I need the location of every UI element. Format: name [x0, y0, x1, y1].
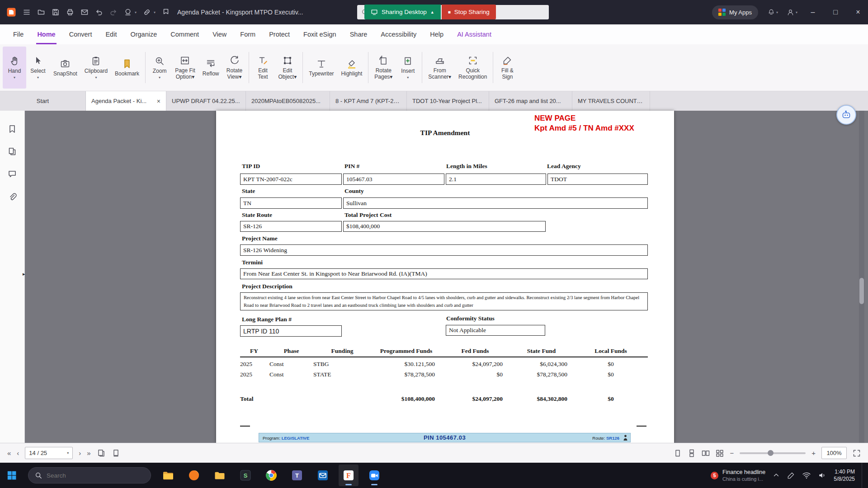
ribbon-quick-recognition-button[interactable]: QuickRecognition	[455, 47, 491, 89]
minimize-button[interactable]: –	[803, 0, 823, 24]
bookmarks-panel-icon[interactable]	[8, 124, 17, 133]
scrollbar-thumb[interactable]	[859, 278, 864, 304]
ribbon-edit-object-button[interactable]: EditObject▾	[275, 47, 301, 89]
ribbon-typewriter-button[interactable]: Typewriter	[305, 47, 337, 89]
ribbon-bookmark-button[interactable]: Bookmark	[111, 47, 143, 89]
taskbar-outlook[interactable]	[313, 465, 333, 486]
menu-file[interactable]: File	[6, 24, 30, 44]
menu-protect[interactable]: Protect	[262, 24, 297, 44]
zoom-level-field[interactable]: 100%	[821, 447, 847, 459]
taskbar-foxit[interactable]: F	[339, 465, 359, 486]
first-page-button[interactable]: «	[7, 449, 11, 457]
panel-expand-handle[interactable]: ▸	[23, 271, 25, 277]
wifi-icon[interactable]	[802, 471, 811, 480]
my-apps-button[interactable]: My Apps	[712, 5, 758, 19]
ribbon-hand-button[interactable]: Hand ▾	[3, 47, 26, 89]
menu-form[interactable]: Form	[233, 24, 262, 44]
tab-gft-26-map[interactable]: GFT-26 map and list 20...	[489, 91, 572, 111]
close-icon[interactable]: ×	[157, 98, 160, 105]
menu-organize[interactable]: Organize	[123, 24, 164, 44]
tab-kpt-amd-7[interactable]: 8 - KPT Amd 7 (KPT-20...	[330, 91, 407, 111]
fullscreen-icon[interactable]	[853, 449, 861, 457]
menu-convert[interactable]: Convert	[62, 24, 99, 44]
ribbon-highlight-button[interactable]: Highlight	[338, 47, 366, 89]
menu-share[interactable]: Share	[343, 24, 374, 44]
tab-my-travels-count[interactable]: MY TRAVELS COUNT - ...	[572, 91, 650, 111]
previous-page-button[interactable]: ‹	[17, 449, 19, 457]
ribbon-insert-button[interactable]: Insert ▾	[396, 47, 420, 89]
menu-accessibility[interactable]: Accessibility	[374, 24, 423, 44]
menu-comment[interactable]: Comment	[164, 24, 206, 44]
continuous-view-icon[interactable]	[688, 449, 696, 457]
zoom-slider[interactable]	[740, 452, 806, 454]
show-desktop-button[interactable]	[862, 463, 864, 488]
zoom-in-button[interactable]: +	[811, 449, 816, 457]
taskbar-browser-2[interactable]	[261, 465, 281, 486]
ribbon-rotate-view-button[interactable]: RotateView▾	[223, 47, 246, 89]
tray-chevron-up-icon[interactable]	[772, 471, 780, 479]
email-icon[interactable]	[80, 8, 89, 16]
taskbar-explorer[interactable]	[158, 465, 178, 486]
taskbar-zoom[interactable]	[364, 465, 384, 486]
stop-sharing-button[interactable]: ■ Stop Sharing	[442, 5, 496, 19]
menu-view[interactable]: View	[206, 24, 233, 44]
undo-icon[interactable]	[95, 8, 103, 16]
notifications-button[interactable]: ▾	[764, 8, 781, 16]
grid-view-icon[interactable]	[716, 449, 724, 457]
zoom-out-button[interactable]: −	[730, 449, 734, 457]
menu-foxit-esign[interactable]: Foxit eSign	[297, 24, 343, 44]
attachments-panel-icon[interactable]	[8, 192, 17, 201]
tab-2020mpa[interactable]: 2020MPAtoEB05082025...	[246, 91, 330, 111]
ai-assistant-fab[interactable]	[836, 105, 856, 125]
comments-panel-icon[interactable]	[8, 169, 17, 178]
menu-home[interactable]: Home	[30, 24, 62, 44]
open-folder-icon[interactable]	[37, 8, 45, 16]
close-button[interactable]: ×	[848, 0, 868, 24]
zoom-slider-thumb[interactable]	[768, 450, 774, 456]
ribbon-reflow-button[interactable]: Reflow	[199, 47, 223, 89]
taskbar-teams[interactable]: T	[287, 465, 307, 486]
menu-ai-assistant[interactable]: AI Assistant	[450, 24, 498, 44]
print-icon[interactable]	[66, 8, 74, 16]
system-clock[interactable]: 1:40 PM 5/8/2025	[834, 468, 855, 483]
next-page-button[interactable]: ›	[79, 449, 81, 457]
flag-icon[interactable]	[162, 8, 170, 16]
previous-view-icon[interactable]	[97, 449, 105, 457]
ribbon-edit-text-button[interactable]: EditText	[251, 47, 275, 89]
ribbon-fill-sign-button[interactable]: Fill &Sign	[495, 47, 519, 89]
volume-icon[interactable]	[818, 471, 827, 480]
save-icon[interactable]	[52, 8, 60, 16]
stamp-icon[interactable]	[124, 8, 132, 16]
taskbar-browser-1[interactable]	[184, 465, 204, 486]
link-icon[interactable]	[143, 8, 151, 16]
tab-upwp-draft[interactable]: UPWP DRAFT 04.22.25...	[166, 91, 246, 111]
ribbon-select-button[interactable]: Select ▾	[26, 47, 50, 89]
maximize-button[interactable]: □	[826, 0, 845, 24]
pages-panel-icon[interactable]	[8, 147, 17, 156]
taskbar-search-input[interactable]	[47, 472, 128, 479]
pen-icon[interactable]	[787, 471, 795, 479]
taskbar-folder[interactable]	[210, 465, 230, 486]
ribbon-zoom-button[interactable]: Zoom ▾	[148, 47, 171, 89]
page-number-field[interactable]: 14 / 25 ▾	[25, 447, 73, 459]
menu-help[interactable]: Help	[423, 24, 450, 44]
next-view-icon[interactable]	[111, 449, 120, 457]
account-button[interactable]: ▾	[783, 8, 800, 17]
tab-agenda-packet[interactable]: Agenda Packet - Ki...×	[86, 91, 166, 111]
taskbar-app-dark[interactable]: S	[236, 465, 255, 486]
ribbon-clipboard-button[interactable]: Clipboard ▾	[81, 47, 111, 89]
news-widget[interactable]: 5 Finance headline China is cutting i...	[711, 469, 765, 482]
menu-icon[interactable]	[23, 8, 31, 16]
last-page-button[interactable]: »	[87, 449, 90, 457]
ribbon-from-scanner-button[interactable]: FromScanner▾	[425, 47, 455, 89]
sharing-desktop-button[interactable]: Sharing Desktop ▲	[364, 5, 441, 19]
vertical-scrollbar[interactable]	[859, 111, 864, 443]
tab-tdot-10-year[interactable]: TDOT 10-Year Project Pl...	[407, 91, 489, 111]
menu-edit[interactable]: Edit	[99, 24, 123, 44]
ribbon-page-fit-button[interactable]: Page FitOption▾	[171, 47, 199, 89]
ribbon-rotate-pages-button[interactable]: RotatePages▾	[371, 47, 396, 89]
start-button[interactable]	[0, 470, 24, 480]
redo-icon[interactable]	[109, 8, 118, 16]
ribbon-snapshot-button[interactable]: SnapShot	[50, 47, 81, 89]
single-page-view-icon[interactable]	[674, 449, 682, 457]
